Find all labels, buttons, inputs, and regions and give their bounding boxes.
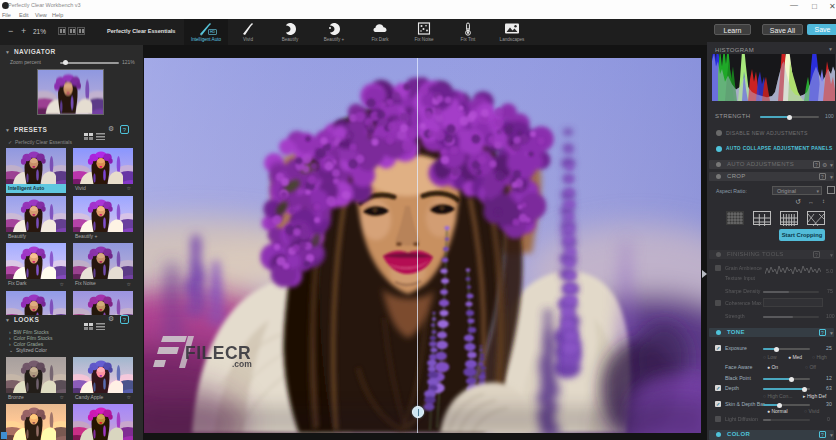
svg-text:.com: .com [232,359,252,369]
